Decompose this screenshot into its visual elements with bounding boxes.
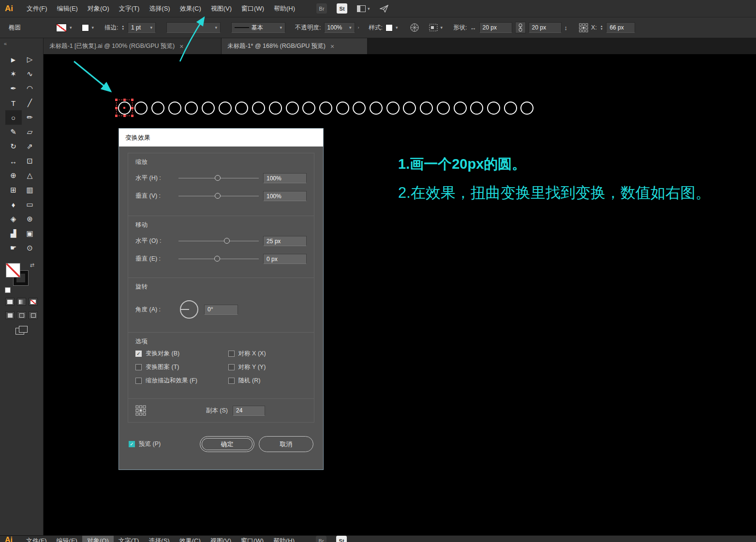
gradient-tool[interactable]: ▥: [22, 183, 38, 197]
slider-thumb[interactable]: [215, 193, 221, 199]
fill-color-well[interactable]: [6, 263, 20, 278]
copies-field[interactable]: 24: [233, 406, 265, 416]
lasso-tool[interactable]: ∿: [22, 67, 38, 81]
screen-mode-button[interactable]: [15, 326, 28, 336]
artwork-circle[interactable]: [286, 102, 299, 115]
artwork-circle[interactable]: [252, 102, 265, 115]
column-graph-tool[interactable]: ▟: [5, 226, 22, 241]
artwork-circle[interactable]: [336, 102, 349, 115]
menu-item-1[interactable]: 编辑(E): [52, 0, 83, 17]
magic-wand-tool[interactable]: ✶: [5, 67, 22, 81]
paintbrush-tool[interactable]: ✏: [22, 110, 38, 125]
artwork-circle[interactable]: [353, 102, 366, 115]
x-field[interactable]: 66 px: [606, 22, 635, 33]
menu-item-5[interactable]: 效果(C): [175, 0, 206, 17]
reference-point-grid-icon[interactable]: [135, 405, 146, 416]
stroke-color-swatch[interactable]: [56, 24, 67, 32]
artwork-circle[interactable]: [151, 102, 164, 115]
eraser-tool[interactable]: ▱: [22, 125, 38, 139]
close-icon[interactable]: ×: [179, 43, 183, 50]
chevron-down-icon[interactable]: ▾: [215, 25, 218, 30]
align-options-icon[interactable]: [429, 24, 438, 31]
close-icon[interactable]: ×: [330, 43, 334, 50]
menu-item-6[interactable]: 视图(V): [206, 536, 236, 542]
angle-dial[interactable]: [180, 300, 198, 319]
link-dimensions-button[interactable]: [515, 22, 526, 33]
zoom-tool[interactable]: ⊙: [22, 241, 38, 255]
artwork-circle[interactable]: [219, 102, 232, 115]
menu-item-2[interactable]: 对象(O): [82, 536, 114, 542]
document-tab[interactable]: 未标题-1* @ 168% (RGB/GPU 预览) ×: [222, 38, 368, 54]
ellipse-tool[interactable]: ○: [5, 110, 22, 125]
value-field[interactable]: 100%: [263, 191, 307, 201]
checkbox[interactable]: 对称 Y (Y): [228, 363, 307, 371]
hand-tool[interactable]: ☛: [5, 241, 22, 255]
artwork-circle[interactable]: [235, 102, 248, 115]
selection-handle[interactable]: [131, 99, 133, 101]
style-swatch[interactable]: [385, 24, 393, 31]
recolor-artwork-icon[interactable]: [410, 23, 419, 32]
scale-tool[interactable]: ⇗: [22, 139, 38, 154]
menu-item-8[interactable]: 帮助(H): [268, 536, 299, 542]
ok-button[interactable]: 确定: [200, 436, 254, 452]
shape-builder-tool[interactable]: ⊕: [5, 168, 22, 183]
chevron-down-icon[interactable]: ▾: [349, 25, 352, 30]
artwork-circle[interactable]: [504, 102, 517, 115]
chevron-down-icon[interactable]: ▾: [70, 25, 72, 30]
artwork-circle[interactable]: [269, 102, 282, 115]
document-tab[interactable]: 未标题-1 [已恢复].ai @ 100% (RGB/GPU 预览) ×: [44, 38, 222, 54]
menu-item-2[interactable]: 对象(O): [83, 0, 114, 17]
reference-point-grid-icon[interactable]: [579, 23, 588, 32]
draw-behind-button[interactable]: [17, 311, 26, 319]
rotate-tool[interactable]: ↻: [5, 139, 22, 154]
selection-center-point[interactable]: [123, 107, 125, 109]
artwork-circle[interactable]: [302, 102, 315, 115]
menu-item-0[interactable]: 文件(F): [21, 536, 52, 542]
opacity-panel-arrow[interactable]: ›: [358, 25, 359, 30]
checkbox[interactable]: 变换图案 (T): [135, 363, 228, 371]
artwork-circle[interactable]: [134, 102, 148, 115]
gradient-button[interactable]: [17, 298, 26, 306]
value-field[interactable]: 0 px: [263, 254, 307, 264]
brush-definition-dropdown[interactable]: 基本▾: [231, 22, 285, 33]
shape-height-field[interactable]: 20 px: [529, 22, 562, 33]
menu-item-6[interactable]: 视图(V): [206, 0, 237, 17]
artwork-circle[interactable]: [168, 102, 181, 115]
selection-tool[interactable]: ►: [5, 52, 22, 67]
slider-thumb[interactable]: [224, 238, 230, 244]
selection-handle[interactable]: [115, 115, 118, 117]
chevron-down-icon[interactable]: ▾: [280, 25, 282, 30]
none-button[interactable]: [29, 298, 38, 306]
artwork-circle[interactable]: [520, 102, 534, 115]
collapse-panel-button[interactable]: «: [0, 38, 43, 46]
menu-item-1[interactable]: 编辑(E): [52, 536, 82, 542]
selection-handle[interactable]: [123, 115, 126, 117]
artwork-circle[interactable]: [185, 102, 198, 115]
menu-item-8[interactable]: 帮助(H): [269, 0, 300, 17]
opacity-field[interactable]: 100%▾: [324, 22, 355, 33]
artwork-circle[interactable]: [437, 102, 450, 115]
menu-item-5[interactable]: 效果(C): [175, 536, 206, 542]
value-field[interactable]: 100%: [263, 173, 307, 183]
x-stepper[interactable]: ▴▾: [601, 25, 603, 30]
chevron-down-icon[interactable]: ▾: [150, 25, 153, 30]
default-colors-icon[interactable]: [5, 287, 11, 293]
mesh-tool[interactable]: ⊞: [5, 183, 22, 197]
share-icon[interactable]: [380, 5, 388, 13]
stroke-weight-stepper[interactable]: ▴▾: [122, 25, 124, 30]
slider-thumb[interactable]: [214, 256, 220, 262]
angle-field[interactable]: 0°: [204, 305, 238, 315]
menu-item-3[interactable]: 文字(T): [114, 536, 144, 542]
blend-tool[interactable]: ◈: [5, 212, 22, 226]
swap-colors-icon[interactable]: ⇄: [30, 262, 34, 268]
artboard-tool[interactable]: ▣: [22, 226, 38, 241]
dialog-title-bar[interactable]: 变换效果: [119, 129, 323, 146]
menu-item-7[interactable]: 窗口(W): [236, 536, 268, 542]
slider-thumb[interactable]: [215, 175, 221, 181]
perspective-grid-tool[interactable]: △: [22, 168, 38, 183]
artwork-circle[interactable]: [403, 102, 416, 115]
menu-item-3[interactable]: 文字(T): [114, 0, 145, 17]
artwork-circle[interactable]: [319, 102, 332, 115]
cancel-button[interactable]: 取消: [259, 436, 313, 452]
selection-handle[interactable]: [123, 99, 126, 101]
